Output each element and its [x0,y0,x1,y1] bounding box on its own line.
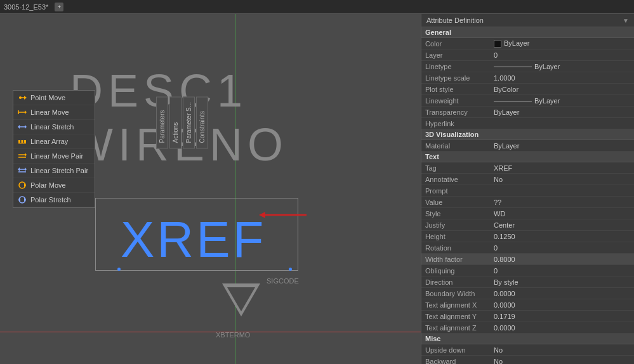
attr-row-prompt: Prompt [421,185,634,197]
attr-panel-title: Attribute Definition [426,16,484,24]
attr-row-tag: Tag XREF [421,162,634,174]
tool-linear-move-label: Linear Move [30,108,69,116]
tab-actions[interactable]: Actions [169,96,182,148]
svg-point-2 [19,96,22,99]
title-bar: 3005-12_E53* + [0,0,634,14]
section-text: Text [421,152,634,162]
attr-label-annotative: Annotative [421,176,491,183]
attr-row-style: Style WD [421,208,634,219]
attr-label-plot-style: Plot style [421,86,491,93]
attr-row-transparency: Transparency ByLayer [421,107,634,118]
linear-move-pair-icon [17,151,27,161]
tool-linear-move[interactable]: Linear Move [13,105,95,120]
xbtermo-label: XBTERMO [216,331,250,339]
attr-label-style: Style [421,210,491,218]
attr-label-tag: Tag [421,164,491,172]
attr-label-boundary-width: Boundary Width [421,290,491,297]
tool-polar-move[interactable]: Polar Move [13,178,95,193]
attr-value-material: ByLayer [491,142,634,150]
attr-row-width-factor: Width factor 0.8000 [421,254,634,265]
attr-label-direction: Direction [421,278,491,286]
polar-stretch-icon [17,195,27,205]
attr-label-hyperlink: Hyperlink [421,120,491,127]
attr-row-annotative: Annotative No [421,174,634,185]
attr-row-value: Value ?? [421,197,634,208]
attr-value-text-align-y: 0.1719 [491,313,634,320]
attribute-panel: Attribute Definition ▼ General Color ByL… [421,14,634,364]
tool-linear-move-pair[interactable]: Linear Move Pair [13,149,95,164]
linear-stretch-pair-icon [17,166,27,176]
attr-value-layer: 0 [491,51,634,59]
svg-marker-19 [18,167,20,171]
linetype-line [494,67,532,67]
horizontal-axis-line [0,332,421,332]
xref-dot-left [117,268,121,271]
attr-panel-header: Attribute Definition ▼ [421,14,634,27]
tool-polar-stretch[interactable]: Polar Stretch [13,193,95,207]
linear-array-icon [17,136,27,146]
attr-label-text-align-x: Text alignment X [421,301,491,309]
attr-row-material: Material ByLayer [421,140,634,152]
svg-marker-1 [24,96,27,100]
tab-constraints[interactable]: Constraints [196,96,208,148]
attr-value-direction: By style [491,278,634,286]
triangle-outer [222,283,260,316]
attr-panel-dropdown-icon[interactable]: ▼ [623,17,629,24]
attr-row-direction: Direction By style [421,276,634,288]
new-tab-button[interactable]: + [55,3,63,11]
tool-linear-stretch-pair[interactable]: Linear Stretch Pair [13,164,95,178]
attr-label-transparency: Transparency [421,108,491,116]
attr-row-linetype: Linetype ByLayer [421,61,634,72]
svg-marker-8 [18,125,20,129]
attr-label-backward: Backward [421,358,491,365]
attr-row-boundary-width: Boundary Width 0.0000 [421,288,634,299]
attr-value-plot-style: ByColor [491,86,634,93]
linear-move-icon [17,107,27,117]
attr-label-layer: Layer [421,51,491,59]
attr-row-lineweight: Lineweight ByLayer [421,95,634,107]
attr-value-width-factor: 0.8000 [491,256,634,263]
attr-label-height: Height [421,233,491,240]
tab-parameters[interactable]: Parameters [156,96,168,148]
attr-value-annotative: No [491,176,634,183]
attr-value-upside-down: No [491,346,634,354]
attr-value-transparency: ByLayer [491,108,634,116]
vertical-tabs: Parameters Actions Parameter S... Constr… [155,96,208,148]
attr-value-tag: XREF [491,164,634,172]
attr-row-text-align-y: Text alignment Y 0.1719 [421,311,634,322]
polar-move-icon [17,180,27,190]
attr-row-upside-down: Upside down No [421,344,634,356]
tool-point-move[interactable]: Point Move [13,91,95,105]
svg-marker-7 [25,125,27,129]
attr-value-rotation: 0 [491,244,634,252]
section-3d-vis: 3D Visualization [421,129,634,140]
main-layout: DESC1 WIRENO XREF SIGCODE XBTERMO [0,14,634,364]
svg-rect-11 [24,140,26,143]
xref-dot-right [289,268,292,271]
window-title: 3005-12_E53* [4,3,48,11]
attr-row-plot-style: Plot style ByColor [421,84,634,95]
section-general: General [421,27,634,38]
attr-row-text-align-z: Text alignment Z 0.0000 [421,322,634,334]
tool-polar-stretch-label: Polar Stretch [30,196,71,204]
attr-value-style: WD [491,210,634,218]
tool-linear-stretch[interactable]: Linear Stretch [13,120,95,134]
attr-value-linetype-scale: 1.0000 [491,74,634,82]
attr-label-linetype: Linetype [421,63,491,70]
attr-label-value: Value [421,198,491,206]
tab-parameter-sets[interactable]: Parameter S... [183,96,195,148]
attr-label-obliquing: Obliquing [421,267,491,275]
color-swatch [494,40,501,48]
svg-marker-15 [25,153,27,157]
svg-marker-4 [25,110,27,114]
attr-row-text-align-x: Text alignment X 0.0000 [421,299,634,311]
tool-linear-array[interactable]: Linear Array [13,134,95,149]
attr-row-justify: Justify Center [421,219,634,231]
attr-row-hyperlink: Hyperlink [421,118,634,129]
attr-value-boundary-width: 0.0000 [491,290,634,297]
attr-value-obliquing: 0 [491,267,634,275]
svg-rect-9 [18,140,20,143]
canvas-area[interactable]: DESC1 WIRENO XREF SIGCODE XBTERMO [0,14,421,364]
attr-label-upside-down: Upside down [421,346,491,354]
tool-panel: Point Move Linear Move [13,90,95,208]
